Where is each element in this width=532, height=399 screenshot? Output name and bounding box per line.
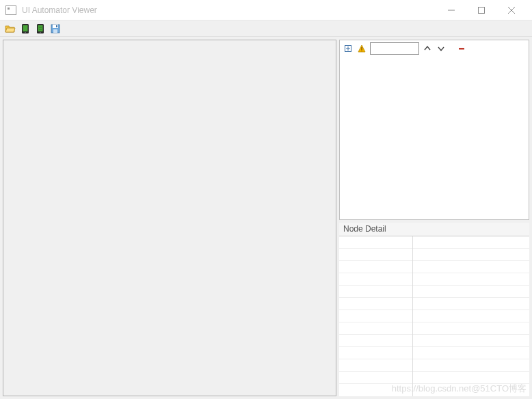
window-title: UI Automator Viewer bbox=[22, 5, 436, 15]
table-row bbox=[413, 273, 529, 286]
main-toolbar bbox=[0, 20, 532, 37]
table-row bbox=[413, 347, 529, 359]
table-row bbox=[413, 236, 529, 249]
table-row bbox=[413, 286, 529, 298]
table-row bbox=[413, 359, 529, 372]
detail-key-column bbox=[339, 236, 413, 396]
table-row bbox=[413, 310, 529, 322]
detail-value-column bbox=[413, 236, 529, 396]
svg-rect-14 bbox=[53, 29, 57, 33]
table-row bbox=[413, 249, 529, 261]
hierarchy-tree[interactable] bbox=[340, 57, 529, 219]
warning-icon[interactable] bbox=[356, 43, 367, 54]
maximize-button[interactable] bbox=[466, 0, 496, 20]
table-row bbox=[413, 322, 529, 335]
clear-icon[interactable] bbox=[456, 43, 467, 54]
open-folder-icon[interactable] bbox=[4, 23, 16, 35]
screenshot-panel bbox=[3, 40, 336, 396]
svg-rect-15 bbox=[56, 25, 57, 27]
hierarchy-panel bbox=[339, 40, 529, 220]
window-controls bbox=[436, 0, 527, 20]
table-row bbox=[339, 322, 412, 335]
table-row bbox=[339, 372, 412, 384]
save-icon[interactable] bbox=[49, 23, 62, 35]
svg-rect-21 bbox=[459, 48, 464, 50]
content-area: Node Detail bbox=[0, 37, 532, 399]
minimize-button[interactable] bbox=[436, 0, 466, 20]
next-icon[interactable] bbox=[436, 43, 447, 54]
table-row bbox=[339, 298, 412, 310]
svg-rect-1 bbox=[479, 7, 485, 13]
node-detail-table bbox=[339, 236, 529, 396]
table-row bbox=[413, 298, 529, 310]
table-row bbox=[339, 347, 412, 359]
svg-point-11 bbox=[40, 31, 41, 33]
table-row bbox=[339, 286, 412, 298]
prev-icon[interactable] bbox=[422, 43, 433, 54]
table-row bbox=[339, 261, 412, 273]
device-screenshot-icon[interactable] bbox=[19, 23, 31, 35]
table-row bbox=[339, 249, 412, 261]
expand-all-icon[interactable] bbox=[343, 43, 354, 54]
table-row bbox=[413, 335, 529, 347]
svg-point-6 bbox=[25, 31, 26, 33]
table-row bbox=[339, 359, 412, 372]
tree-toolbar bbox=[340, 40, 529, 57]
svg-rect-5 bbox=[23, 25, 28, 31]
app-icon bbox=[5, 5, 16, 15]
search-input[interactable] bbox=[370, 42, 419, 55]
device-screenshot-compressed-icon[interactable] bbox=[34, 23, 46, 35]
table-row bbox=[339, 236, 412, 249]
close-button[interactable] bbox=[496, 0, 527, 20]
node-detail-header: Node Detail bbox=[339, 223, 529, 236]
svg-rect-8 bbox=[38, 25, 43, 31]
table-row bbox=[339, 273, 412, 286]
table-row bbox=[413, 261, 529, 273]
svg-point-20 bbox=[361, 51, 362, 51]
right-pane: Node Detail bbox=[339, 40, 529, 396]
table-row bbox=[339, 310, 412, 322]
table-row bbox=[339, 335, 412, 347]
node-detail-panel: Node Detail bbox=[339, 223, 529, 396]
table-row bbox=[413, 372, 529, 384]
titlebar: UI Automator Viewer bbox=[0, 0, 532, 20]
